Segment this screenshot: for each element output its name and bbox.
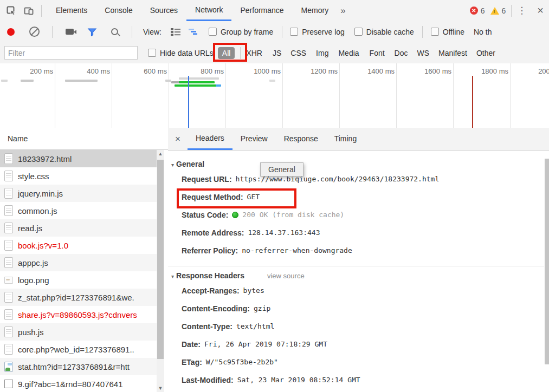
scroll-down-icon[interactable]: ▼ [157, 384, 164, 392]
group-by-frame-checkbox[interactable] [209, 28, 217, 36]
menu-icon[interactable]: ⋮ [512, 5, 532, 16]
tab-timing[interactable]: Timing [326, 128, 365, 150]
table-row[interactable]: common.js [0, 202, 157, 219]
tab-headers[interactable]: Headers [188, 128, 232, 150]
disclosure-triangle-icon: ▾ [171, 162, 174, 168]
header-key: Date: [182, 340, 201, 349]
header-key: ETag: [182, 358, 202, 367]
table-row[interactable]: stat.htm?id=1273376891&r=htt [0, 358, 157, 375]
group-by-frame-label[interactable]: Group by frame [221, 28, 273, 36]
tab-elements[interactable]: Elements [47, 0, 96, 21]
tab-network[interactable]: Network [186, 0, 231, 21]
tab-sources[interactable]: Sources [141, 0, 186, 21]
close-details-icon[interactable]: × [168, 134, 188, 145]
hide-data-urls-label[interactable]: Hide data URLs [160, 49, 214, 57]
table-row[interactable]: z_stat.php?id=1273376891&we. [0, 289, 157, 306]
tab-performance[interactable]: Performance [231, 0, 292, 21]
file-name: book.js?v=1.0 [18, 241, 68, 250]
devtools-tabbar: Elements Console Sources Network Perform… [0, 0, 549, 22]
tab-preview[interactable]: Preview [232, 128, 276, 150]
warning-count[interactable]: 6 [502, 6, 506, 15]
tab-memory[interactable]: Memory [293, 0, 338, 21]
column-header-name[interactable]: Name [0, 128, 168, 150]
request-bar [165, 80, 171, 82]
filter-bar: Hide data URLs All XHR JS CSS Img Media … [0, 42, 549, 64]
document-icon [4, 309, 13, 320]
table-row[interactable]: style.css [0, 167, 157, 185]
table-row[interactable]: read.js [0, 219, 157, 237]
file-name: read.js [18, 224, 42, 233]
filter-type-js[interactable]: JS [273, 49, 281, 57]
table-row[interactable]: apppc.js [0, 254, 157, 271]
more-tabs-icon[interactable]: » [337, 5, 348, 16]
filter-type-manifest[interactable]: Manifest [438, 49, 467, 57]
hide-data-urls-checkbox[interactable] [148, 49, 156, 57]
general-section-header[interactable]: ▾General [171, 158, 544, 170]
document-icon [4, 153, 13, 164]
table-row[interactable]: book.js?v=1.0 [0, 237, 157, 254]
table-row[interactable]: push.js [0, 323, 157, 341]
list-view-icon[interactable] [170, 28, 181, 36]
preserve-log-label[interactable]: Preserve log [302, 28, 345, 36]
table-row[interactable]: core.php?web_id=1273376891.. [0, 341, 157, 358]
header-key: Content-Encoding: [182, 304, 250, 313]
disable-cache-label[interactable]: Disable cache [366, 28, 414, 36]
file-name: apppc.js [18, 258, 48, 267]
record-icon[interactable] [7, 28, 15, 36]
filter-type-media[interactable]: Media [338, 49, 359, 57]
divider [132, 26, 132, 38]
gridline [169, 63, 169, 128]
error-count[interactable]: 6 [481, 6, 485, 15]
request-bar [179, 77, 219, 80]
warning-exclamation: ! [494, 9, 495, 14]
filter-type-img[interactable]: Img [316, 49, 328, 57]
status-green-dot-icon [232, 212, 238, 218]
gridline [55, 63, 55, 128]
file-name: logo.png [18, 276, 49, 285]
domcontentloaded-marker [188, 76, 189, 128]
table-row[interactable]: 9.gif?abc=1&rnd=807407641 [0, 375, 157, 392]
scrollbar-thumb[interactable] [545, 159, 549, 364]
tab-console[interactable]: Console [96, 0, 141, 21]
warning-badge-icon[interactable]: ! [490, 7, 499, 15]
view-source-link[interactable]: view source [267, 272, 305, 280]
waterfall-view-icon[interactable] [189, 28, 199, 36]
offline-label[interactable]: Offline [443, 28, 464, 36]
table-row[interactable]: share.js?v=89860593.js?cdnvers [0, 306, 157, 323]
gridline [282, 63, 283, 128]
filter-type-xhr[interactable]: XHR [246, 49, 262, 57]
filter-funnel-icon[interactable] [87, 28, 97, 36]
scroll-up-icon[interactable]: ▲ [157, 150, 164, 158]
close-icon[interactable]: × [532, 4, 549, 17]
tab-response[interactable]: Response [276, 128, 326, 150]
filter-type-font[interactable]: Font [370, 49, 385, 57]
inspect-icon[interactable] [3, 3, 20, 19]
device-toolbar-icon[interactable] [21, 3, 37, 19]
filter-input[interactable] [4, 46, 138, 60]
preserve-log-checkbox[interactable] [290, 28, 298, 36]
filter-type-ws[interactable]: WS [417, 49, 430, 57]
filter-type-doc[interactable]: Doc [395, 49, 408, 57]
filter-type-other[interactable]: Other [476, 49, 495, 57]
network-overview-timeline[interactable]: 200 ms 400 ms 600 ms 800 ms 1000 ms 1200… [0, 63, 549, 128]
table-row[interactable]: logo.png [0, 271, 157, 289]
file-name: jquery.min.js [18, 189, 63, 198]
request-bar [269, 80, 275, 82]
table-row[interactable]: 18233972.html [0, 150, 157, 167]
throttling-select[interactable]: No th [474, 28, 492, 36]
request-details-panel: × Headers Preview Response Timing Genera… [168, 128, 549, 392]
offline-checkbox[interactable] [431, 28, 439, 36]
filter-type-css[interactable]: CSS [290, 49, 306, 57]
header-row-request-url: Request URL: https://www.biqiuge.com/boo… [182, 170, 544, 188]
response-headers-section-header[interactable]: ▾Response Headers view source [171, 270, 544, 282]
clear-icon[interactable] [29, 27, 40, 37]
error-badge-icon[interactable]: ✕ [470, 6, 478, 15]
search-icon[interactable] [111, 28, 118, 35]
scrollbar[interactable]: ▲ ▼ [157, 150, 164, 392]
scrollbar-thumb[interactable] [157, 160, 164, 359]
camera-icon[interactable] [66, 29, 74, 35]
disable-cache-checkbox[interactable] [354, 28, 363, 36]
request-bar [65, 80, 98, 82]
header-value: 128.14.37.163:443 [248, 228, 320, 237]
table-row[interactable]: jquery.min.js [0, 185, 157, 202]
